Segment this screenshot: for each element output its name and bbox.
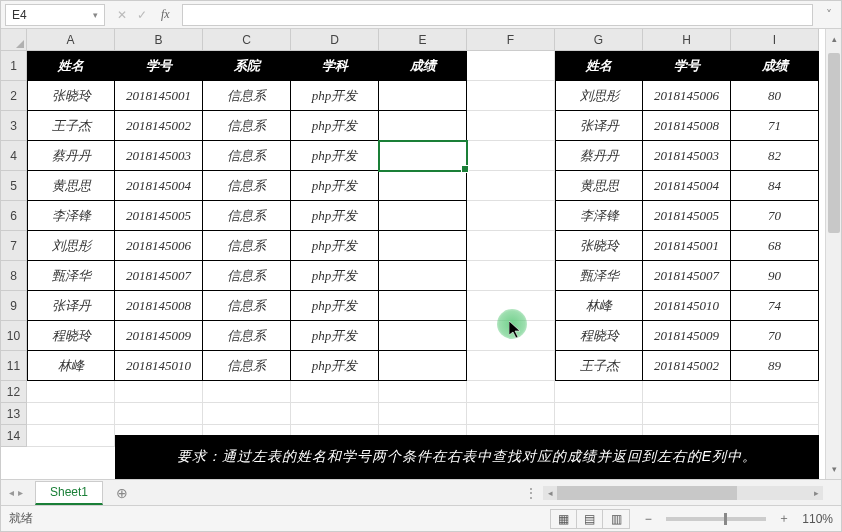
cell-A2[interactable]: 张晓玲 bbox=[27, 81, 115, 111]
column-header-G[interactable]: G bbox=[555, 29, 643, 51]
cell-H8[interactable]: 2018145007 bbox=[643, 261, 731, 291]
row-header-4[interactable]: 4 bbox=[1, 141, 27, 171]
row-header-5[interactable]: 5 bbox=[1, 171, 27, 201]
cell-I7[interactable]: 68 bbox=[731, 231, 819, 261]
cell-A11[interactable]: 林峰 bbox=[27, 351, 115, 381]
cell-H3[interactable]: 2018145008 bbox=[643, 111, 731, 141]
scroll-down-icon[interactable]: ▾ bbox=[826, 461, 842, 477]
cell-I1[interactable]: 成绩 bbox=[731, 51, 819, 81]
cell-I6[interactable]: 70 bbox=[731, 201, 819, 231]
cell-E9[interactable] bbox=[379, 291, 467, 321]
cell-D13[interactable] bbox=[291, 403, 379, 425]
cell-F13[interactable] bbox=[467, 403, 555, 425]
name-box-dropdown-icon[interactable]: ▾ bbox=[93, 10, 98, 20]
select-all-corner[interactable] bbox=[1, 29, 27, 51]
cell-I13[interactable] bbox=[731, 403, 819, 425]
horizontal-scrollbar[interactable]: ⋮ ◂ ▸ bbox=[543, 486, 823, 500]
cell-H12[interactable] bbox=[643, 381, 731, 403]
name-box[interactable]: E4 ▾ bbox=[5, 4, 105, 26]
cell-F1[interactable] bbox=[467, 51, 555, 81]
cell-C3[interactable]: 信息系 bbox=[203, 111, 291, 141]
zoom-out-button[interactable]: − bbox=[640, 512, 656, 526]
row-header-1[interactable]: 1 bbox=[1, 51, 27, 81]
cell-B6[interactable]: 2018145005 bbox=[115, 201, 203, 231]
sheet-nav-next-icon[interactable]: ▸ bbox=[18, 487, 23, 498]
vertical-scroll-thumb[interactable] bbox=[828, 53, 840, 233]
cell-B10[interactable]: 2018145009 bbox=[115, 321, 203, 351]
row-header-2[interactable]: 2 bbox=[1, 81, 27, 111]
cell-D11[interactable]: php开发 bbox=[291, 351, 379, 381]
cell-G8[interactable]: 甄泽华 bbox=[555, 261, 643, 291]
cell-C12[interactable] bbox=[203, 381, 291, 403]
cell-C7[interactable]: 信息系 bbox=[203, 231, 291, 261]
cell-F9[interactable] bbox=[467, 291, 555, 321]
column-header-I[interactable]: I bbox=[731, 29, 819, 51]
cell-G10[interactable]: 程晓玲 bbox=[555, 321, 643, 351]
cell-A13[interactable] bbox=[27, 403, 115, 425]
cell-E4[interactable] bbox=[379, 141, 467, 171]
cell-A3[interactable]: 王子杰 bbox=[27, 111, 115, 141]
cell-D6[interactable]: php开发 bbox=[291, 201, 379, 231]
cell-E1[interactable]: 成绩 bbox=[379, 51, 467, 81]
cell-H13[interactable] bbox=[643, 403, 731, 425]
cell-D7[interactable]: php开发 bbox=[291, 231, 379, 261]
cell-A10[interactable]: 程晓玲 bbox=[27, 321, 115, 351]
cell-C8[interactable]: 信息系 bbox=[203, 261, 291, 291]
cell-E10[interactable] bbox=[379, 321, 467, 351]
cell-A4[interactable]: 蔡丹丹 bbox=[27, 141, 115, 171]
cell-A14[interactable] bbox=[27, 425, 115, 447]
view-mode-buttons[interactable]: ▦ ▤ ▥ bbox=[550, 509, 630, 529]
fx-icon[interactable]: fx bbox=[161, 7, 170, 22]
sheet-nav-buttons[interactable]: ◂ ▸ bbox=[1, 487, 31, 498]
spreadsheet-grid[interactable]: ABCDEFGHI1姓名学号系院学科成绩姓名学号成绩2张晓玲2018145001… bbox=[1, 29, 841, 479]
cell-I11[interactable]: 89 bbox=[731, 351, 819, 381]
cell-F8[interactable] bbox=[467, 261, 555, 291]
row-header-13[interactable]: 13 bbox=[1, 403, 27, 425]
row-header-7[interactable]: 7 bbox=[1, 231, 27, 261]
cell-A7[interactable]: 刘思彤 bbox=[27, 231, 115, 261]
hscroll-thumb[interactable] bbox=[557, 486, 737, 500]
column-header-A[interactable]: A bbox=[27, 29, 115, 51]
cell-H1[interactable]: 学号 bbox=[643, 51, 731, 81]
cell-I4[interactable]: 82 bbox=[731, 141, 819, 171]
formula-expand-icon[interactable]: ˅ bbox=[817, 8, 841, 22]
cell-H2[interactable]: 2018145006 bbox=[643, 81, 731, 111]
cell-E6[interactable] bbox=[379, 201, 467, 231]
cell-H6[interactable]: 2018145005 bbox=[643, 201, 731, 231]
cell-F4[interactable] bbox=[467, 141, 555, 171]
cell-C2[interactable]: 信息系 bbox=[203, 81, 291, 111]
cell-F10[interactable] bbox=[467, 321, 555, 351]
cell-G7[interactable]: 张晓玲 bbox=[555, 231, 643, 261]
cell-A1[interactable]: 姓名 bbox=[27, 51, 115, 81]
cell-I10[interactable]: 70 bbox=[731, 321, 819, 351]
cell-F5[interactable] bbox=[467, 171, 555, 201]
cell-B11[interactable]: 2018145010 bbox=[115, 351, 203, 381]
cell-B7[interactable]: 2018145006 bbox=[115, 231, 203, 261]
column-header-B[interactable]: B bbox=[115, 29, 203, 51]
column-header-C[interactable]: C bbox=[203, 29, 291, 51]
cell-E2[interactable] bbox=[379, 81, 467, 111]
cell-H4[interactable]: 2018145003 bbox=[643, 141, 731, 171]
cell-A5[interactable]: 黄思思 bbox=[27, 171, 115, 201]
row-header-10[interactable]: 10 bbox=[1, 321, 27, 351]
cell-B5[interactable]: 2018145004 bbox=[115, 171, 203, 201]
cell-B3[interactable]: 2018145002 bbox=[115, 111, 203, 141]
row-header-14[interactable]: 14 bbox=[1, 425, 27, 447]
cell-E8[interactable] bbox=[379, 261, 467, 291]
cell-G13[interactable] bbox=[555, 403, 643, 425]
hscroll-left-icon[interactable]: ◂ bbox=[543, 488, 557, 498]
cell-D5[interactable]: php开发 bbox=[291, 171, 379, 201]
cell-C10[interactable]: 信息系 bbox=[203, 321, 291, 351]
row-header-3[interactable]: 3 bbox=[1, 111, 27, 141]
sheetbar-menu-icon[interactable]: ⋮ bbox=[525, 486, 537, 500]
sheet-tab-active[interactable]: Sheet1 bbox=[35, 481, 103, 505]
view-pagebreak-icon[interactable]: ▥ bbox=[603, 510, 629, 528]
cell-D2[interactable]: php开发 bbox=[291, 81, 379, 111]
cell-F7[interactable] bbox=[467, 231, 555, 261]
cell-F2[interactable] bbox=[467, 81, 555, 111]
row-header-6[interactable]: 6 bbox=[1, 201, 27, 231]
cell-I9[interactable]: 74 bbox=[731, 291, 819, 321]
column-header-H[interactable]: H bbox=[643, 29, 731, 51]
cell-A12[interactable] bbox=[27, 381, 115, 403]
cell-D8[interactable]: php开发 bbox=[291, 261, 379, 291]
